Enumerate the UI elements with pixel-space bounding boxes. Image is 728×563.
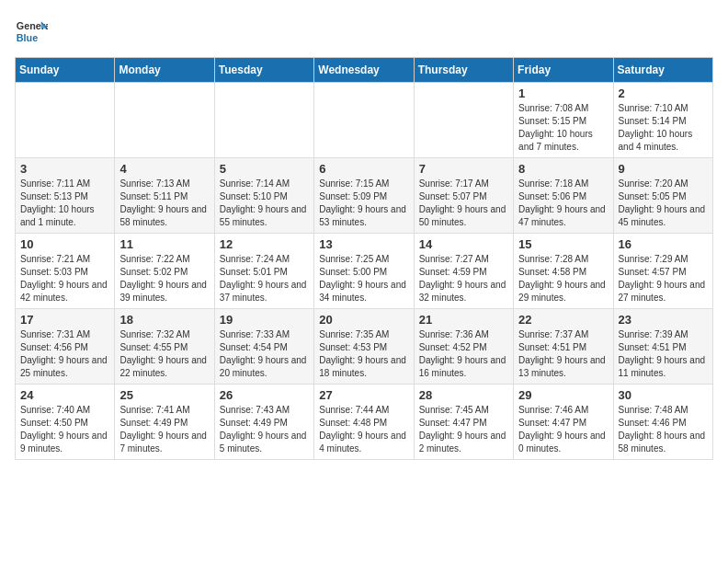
day-detail: Sunrise: 7:29 AM Sunset: 4:57 PM Dayligh…	[619, 253, 708, 304]
calendar-cell: 26Sunrise: 7:43 AM Sunset: 4:49 PM Dayli…	[214, 385, 313, 460]
svg-text:Blue: Blue	[17, 32, 38, 43]
calendar-cell: 28Sunrise: 7:45 AM Sunset: 4:47 PM Dayli…	[414, 385, 513, 460]
calendar-cell: 18Sunrise: 7:32 AM Sunset: 4:55 PM Dayli…	[115, 309, 214, 385]
day-detail: Sunrise: 7:41 AM Sunset: 4:49 PM Dayligh…	[119, 404, 209, 455]
day-detail: Sunrise: 7:22 AM Sunset: 5:02 PM Dayligh…	[119, 253, 209, 304]
calendar-week-3: 10Sunrise: 7:21 AM Sunset: 5:03 PM Dayli…	[16, 234, 713, 309]
day-detail: Sunrise: 7:35 AM Sunset: 4:53 PM Dayligh…	[319, 328, 408, 380]
calendar-cell: 8Sunrise: 7:18 AM Sunset: 5:06 PM Daylig…	[514, 158, 613, 234]
day-detail: Sunrise: 7:13 AM Sunset: 5:11 PM Dayligh…	[119, 178, 209, 229]
weekday-header-thursday: Thursday	[414, 58, 513, 83]
calendar-week-5: 24Sunrise: 7:40 AM Sunset: 4:50 PM Dayli…	[16, 385, 713, 460]
calendar-header-row: SundayMondayTuesdayWednesdayThursdayFrid…	[16, 58, 713, 83]
day-detail: Sunrise: 7:45 AM Sunset: 4:47 PM Dayligh…	[419, 404, 508, 455]
day-detail: Sunrise: 7:11 AM Sunset: 5:13 PM Dayligh…	[20, 178, 109, 229]
day-detail: Sunrise: 7:32 AM Sunset: 4:55 PM Dayligh…	[119, 328, 209, 380]
day-number: 11	[119, 237, 209, 251]
day-detail: Sunrise: 7:21 AM Sunset: 5:03 PM Dayligh…	[20, 253, 109, 304]
calendar-cell: 30Sunrise: 7:48 AM Sunset: 4:46 PM Dayli…	[613, 385, 712, 460]
weekday-header-sunday: Sunday	[16, 58, 115, 83]
day-number: 2	[619, 86, 708, 100]
weekday-header-saturday: Saturday	[613, 58, 712, 83]
day-number: 29	[518, 388, 608, 402]
day-number: 28	[419, 388, 508, 402]
day-number: 8	[518, 162, 608, 176]
calendar-cell: 10Sunrise: 7:21 AM Sunset: 5:03 PM Dayli…	[16, 234, 115, 309]
day-number: 14	[419, 237, 508, 251]
day-number: 23	[619, 313, 708, 327]
day-number: 16	[619, 237, 708, 251]
day-detail: Sunrise: 7:39 AM Sunset: 4:51 PM Dayligh…	[619, 328, 708, 380]
calendar-cell	[314, 83, 414, 158]
day-detail: Sunrise: 7:46 AM Sunset: 4:47 PM Dayligh…	[518, 404, 608, 455]
calendar-cell	[214, 83, 313, 158]
calendar-cell: 11Sunrise: 7:22 AM Sunset: 5:02 PM Dayli…	[115, 234, 214, 309]
day-number: 9	[619, 162, 708, 176]
calendar-cell: 21Sunrise: 7:36 AM Sunset: 4:52 PM Dayli…	[414, 309, 513, 385]
calendar-cell: 13Sunrise: 7:25 AM Sunset: 5:00 PM Dayli…	[314, 234, 414, 309]
day-detail: Sunrise: 7:28 AM Sunset: 4:58 PM Dayligh…	[518, 253, 608, 304]
day-number: 12	[220, 237, 309, 251]
logo-icon: General Blue	[15, 15, 48, 48]
calendar-cell: 23Sunrise: 7:39 AM Sunset: 4:51 PM Dayli…	[613, 309, 712, 385]
page-header: General Blue	[15, 15, 713, 48]
calendar-cell: 2Sunrise: 7:10 AM Sunset: 5:14 PM Daylig…	[613, 83, 712, 158]
calendar-table: SundayMondayTuesdayWednesdayThursdayFrid…	[15, 57, 713, 460]
calendar-cell: 9Sunrise: 7:20 AM Sunset: 5:05 PM Daylig…	[613, 158, 712, 234]
weekday-header-tuesday: Tuesday	[214, 58, 313, 83]
day-number: 15	[518, 237, 608, 251]
day-number: 4	[119, 162, 209, 176]
day-detail: Sunrise: 7:36 AM Sunset: 4:52 PM Dayligh…	[419, 328, 508, 380]
calendar-cell: 5Sunrise: 7:14 AM Sunset: 5:10 PM Daylig…	[214, 158, 313, 234]
day-number: 26	[220, 388, 309, 402]
day-detail: Sunrise: 7:48 AM Sunset: 4:46 PM Dayligh…	[619, 404, 708, 455]
day-detail: Sunrise: 7:44 AM Sunset: 4:48 PM Dayligh…	[319, 404, 408, 455]
calendar-cell: 6Sunrise: 7:15 AM Sunset: 5:09 PM Daylig…	[314, 158, 414, 234]
day-number: 21	[419, 313, 508, 327]
calendar-week-1: 1Sunrise: 7:08 AM Sunset: 5:15 PM Daylig…	[16, 83, 713, 158]
day-detail: Sunrise: 7:14 AM Sunset: 5:10 PM Dayligh…	[220, 178, 309, 229]
day-number: 3	[20, 162, 109, 176]
weekday-header-wednesday: Wednesday	[314, 58, 414, 83]
calendar-cell	[16, 83, 115, 158]
day-detail: Sunrise: 7:43 AM Sunset: 4:49 PM Dayligh…	[220, 404, 309, 455]
day-detail: Sunrise: 7:27 AM Sunset: 4:59 PM Dayligh…	[419, 253, 508, 304]
weekday-header-monday: Monday	[115, 58, 214, 83]
calendar-week-4: 17Sunrise: 7:31 AM Sunset: 4:56 PM Dayli…	[16, 309, 713, 385]
day-number: 18	[119, 313, 209, 327]
calendar-cell: 15Sunrise: 7:28 AM Sunset: 4:58 PM Dayli…	[514, 234, 613, 309]
day-number: 27	[319, 388, 408, 402]
calendar-cell: 19Sunrise: 7:33 AM Sunset: 4:54 PM Dayli…	[214, 309, 313, 385]
calendar-cell: 27Sunrise: 7:44 AM Sunset: 4:48 PM Dayli…	[314, 385, 414, 460]
calendar-cell	[414, 83, 513, 158]
day-detail: Sunrise: 7:25 AM Sunset: 5:00 PM Dayligh…	[319, 253, 408, 304]
day-number: 25	[119, 388, 209, 402]
calendar-body: 1Sunrise: 7:08 AM Sunset: 5:15 PM Daylig…	[16, 83, 713, 460]
logo: General Blue	[15, 15, 48, 48]
day-detail: Sunrise: 7:40 AM Sunset: 4:50 PM Dayligh…	[20, 404, 109, 455]
day-detail: Sunrise: 7:08 AM Sunset: 5:15 PM Dayligh…	[518, 102, 608, 154]
calendar-cell: 29Sunrise: 7:46 AM Sunset: 4:47 PM Dayli…	[514, 385, 613, 460]
calendar-cell: 22Sunrise: 7:37 AM Sunset: 4:51 PM Dayli…	[514, 309, 613, 385]
day-number: 1	[518, 86, 608, 100]
calendar-cell: 4Sunrise: 7:13 AM Sunset: 5:11 PM Daylig…	[115, 158, 214, 234]
day-number: 20	[319, 313, 408, 327]
day-number: 6	[319, 162, 408, 176]
day-number: 19	[220, 313, 309, 327]
calendar-week-2: 3Sunrise: 7:11 AM Sunset: 5:13 PM Daylig…	[16, 158, 713, 234]
calendar-cell: 1Sunrise: 7:08 AM Sunset: 5:15 PM Daylig…	[514, 83, 613, 158]
day-number: 22	[518, 313, 608, 327]
calendar-cell	[115, 83, 214, 158]
calendar-cell: 16Sunrise: 7:29 AM Sunset: 4:57 PM Dayli…	[613, 234, 712, 309]
calendar-cell: 3Sunrise: 7:11 AM Sunset: 5:13 PM Daylig…	[16, 158, 115, 234]
day-detail: Sunrise: 7:15 AM Sunset: 5:09 PM Dayligh…	[319, 178, 408, 229]
day-number: 30	[619, 388, 708, 402]
day-number: 24	[20, 388, 109, 402]
day-number: 5	[220, 162, 309, 176]
day-detail: Sunrise: 7:33 AM Sunset: 4:54 PM Dayligh…	[220, 328, 309, 380]
day-detail: Sunrise: 7:37 AM Sunset: 4:51 PM Dayligh…	[518, 328, 608, 380]
day-detail: Sunrise: 7:20 AM Sunset: 5:05 PM Dayligh…	[619, 178, 708, 229]
day-number: 7	[419, 162, 508, 176]
day-detail: Sunrise: 7:10 AM Sunset: 5:14 PM Dayligh…	[619, 102, 708, 154]
calendar-cell: 20Sunrise: 7:35 AM Sunset: 4:53 PM Dayli…	[314, 309, 414, 385]
